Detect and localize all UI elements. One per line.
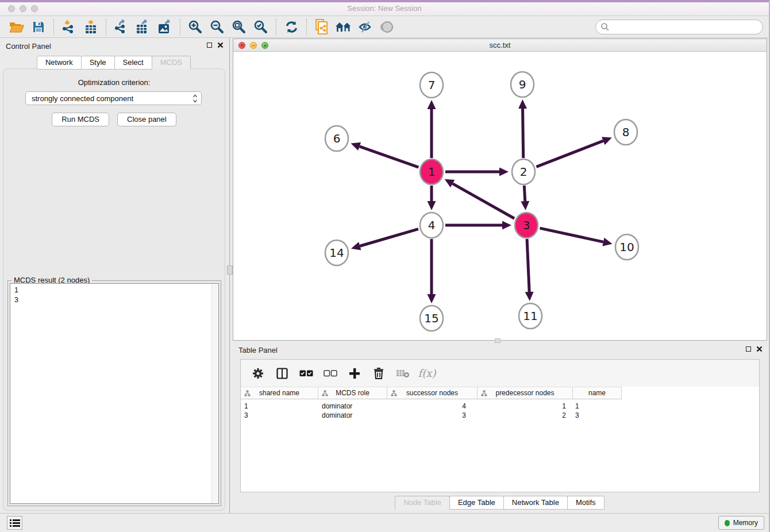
table-panel: Table Panel (233, 342, 767, 513)
delete-column-icon[interactable] (371, 365, 387, 381)
tab-style[interactable]: Style (81, 56, 115, 70)
vertical-splitter-handle[interactable] (227, 265, 233, 275)
vertical-splitter[interactable] (229, 38, 230, 513)
edge-arrow-4-3 (502, 221, 511, 230)
column-header-predecessor-nodes[interactable]: predecessor nodes (478, 387, 573, 399)
cell-successor-nodes[interactable]: 3 (387, 411, 469, 420)
table-panel-title: Table Panel (238, 346, 278, 354)
node-label-15: 15 (424, 311, 438, 325)
float-panel-icon[interactable] (746, 346, 751, 352)
edge-arrow-1-2 (499, 168, 509, 176)
close-panel-icon[interactable] (217, 42, 224, 48)
edge-2-8[interactable] (536, 141, 603, 167)
save-session-icon[interactable] (28, 18, 49, 36)
table-tabs: Node Table Edge Table Network Table Moti… (233, 496, 767, 510)
cell-predecessor-nodes[interactable]: 1 (469, 402, 569, 411)
edge-2-3[interactable] (524, 186, 525, 201)
tab-edge-table[interactable]: Edge Table (449, 496, 504, 510)
edge-arrow-3-10 (602, 238, 612, 246)
close-panel-icon[interactable] (756, 346, 763, 352)
table-toolbar: f(x) (241, 360, 759, 387)
mcds-result-group: MCDS result (2 nodes) 1 3 (7, 280, 221, 506)
memory-button[interactable]: Memory (718, 516, 764, 530)
control-panel-tabs: Network Style Select MCDS (0, 56, 228, 70)
edge-3-11[interactable] (527, 239, 529, 292)
network-graph[interactable]: 7968124314101511 (233, 52, 768, 341)
network-view-window: ✕ − ＋ scc.txt 7968124314101511 (233, 38, 767, 341)
hide-labels-icon[interactable] (355, 18, 376, 36)
open-session-icon[interactable] (6, 18, 28, 36)
node-label-6: 6 (333, 132, 341, 145)
cell-mcds-role[interactable]: dominator (318, 402, 387, 411)
memory-label: Memory (733, 519, 758, 527)
column-header-mcds-role[interactable]: MCDS role (318, 387, 387, 399)
clone-network-icon[interactable] (311, 18, 333, 36)
bird-view-icon[interactable] (376, 18, 398, 36)
function-builder-icon[interactable]: f(x) (419, 365, 435, 381)
network-canvas[interactable]: 7968124314101511 (233, 52, 767, 340)
cell-mcds-role[interactable]: dominator (318, 411, 387, 420)
deselect-all-icon[interactable] (322, 365, 338, 381)
zoom-in-icon[interactable] (184, 18, 206, 36)
tab-node-table[interactable]: Node Table (395, 496, 450, 510)
delete-table-icon[interactable] (395, 365, 411, 381)
export-image-icon[interactable] (154, 18, 176, 36)
settings-gear-icon[interactable] (250, 365, 266, 381)
column-header-shared-name[interactable]: shared name (241, 387, 318, 399)
toggle-panel-icon[interactable] (274, 365, 290, 381)
float-panel-icon[interactable] (207, 43, 212, 48)
import-table-icon[interactable] (80, 18, 102, 36)
node-table-container: f(x) shared name MCDS role successor nod… (240, 359, 760, 492)
tab-network-table[interactable]: Network Table (503, 496, 568, 510)
zoom-fit-icon[interactable] (228, 18, 250, 36)
edge-4-14[interactable] (360, 229, 418, 246)
cell-shared-name[interactable]: 3 (241, 411, 318, 420)
table-row[interactable]: 3 dominator 3 2 3 (241, 411, 759, 420)
table-row[interactable]: 1 dominator 4 1 1 (241, 402, 759, 411)
tab-network[interactable]: Network (37, 56, 82, 70)
tab-select[interactable]: Select (114, 56, 152, 70)
task-history-button[interactable] (7, 516, 22, 530)
column-header-name[interactable]: name (573, 387, 622, 399)
export-table-icon[interactable] (132, 18, 154, 36)
node-label-10: 10 (619, 240, 634, 254)
edge-arrow-3-11 (525, 292, 534, 301)
close-panel-button[interactable]: Close panel (117, 113, 176, 126)
add-column-icon[interactable] (346, 365, 363, 381)
home-icon[interactable] (333, 18, 355, 36)
refresh-layout-icon[interactable] (280, 18, 302, 36)
criterion-dropdown[interactable]: strongly connected component (25, 91, 202, 105)
criterion-value: strongly connected component (32, 94, 133, 103)
cell-predecessor-nodes[interactable]: 2 (469, 411, 569, 420)
result-scrollbar[interactable] (211, 284, 218, 503)
select-all-icon[interactable] (298, 365, 314, 381)
edge-3-10[interactable] (540, 228, 603, 242)
tab-motifs[interactable]: Motifs (567, 496, 605, 510)
tab-mcds[interactable]: MCDS (152, 56, 191, 70)
column-header-successor-nodes[interactable]: successor nodes (387, 387, 478, 399)
node-label-11: 11 (523, 309, 537, 323)
network-window-titlebar[interactable]: ✕ − ＋ scc.txt (233, 39, 767, 52)
cell-successor-nodes[interactable]: 4 (387, 402, 469, 411)
edge-1-6[interactable] (360, 147, 419, 167)
zoom-selected-icon[interactable] (250, 18, 272, 36)
run-mcds-button[interactable]: Run MCDS (52, 113, 109, 126)
import-network-icon[interactable] (58, 18, 80, 36)
export-network-icon[interactable] (110, 18, 132, 36)
mcds-result-textarea[interactable]: 1 3 (10, 283, 219, 504)
search-input[interactable] (610, 21, 763, 33)
search-field[interactable] (595, 20, 763, 34)
edge-arrow-2-9 (518, 99, 527, 109)
edge-arrow-1-6 (351, 142, 361, 151)
cell-name[interactable]: 3 (569, 411, 618, 420)
edge-arrow-2-3 (521, 201, 529, 210)
zoom-out-icon[interactable] (206, 18, 228, 36)
cell-name[interactable]: 1 (569, 402, 618, 411)
list-icon (10, 519, 20, 527)
edge-2-9[interactable] (523, 109, 523, 158)
edge-3-1[interactable] (453, 184, 515, 219)
node-label-4: 4 (428, 218, 436, 232)
node-label-14: 14 (329, 246, 344, 260)
result-line: 1 (14, 286, 218, 295)
cell-shared-name[interactable]: 1 (241, 402, 318, 411)
